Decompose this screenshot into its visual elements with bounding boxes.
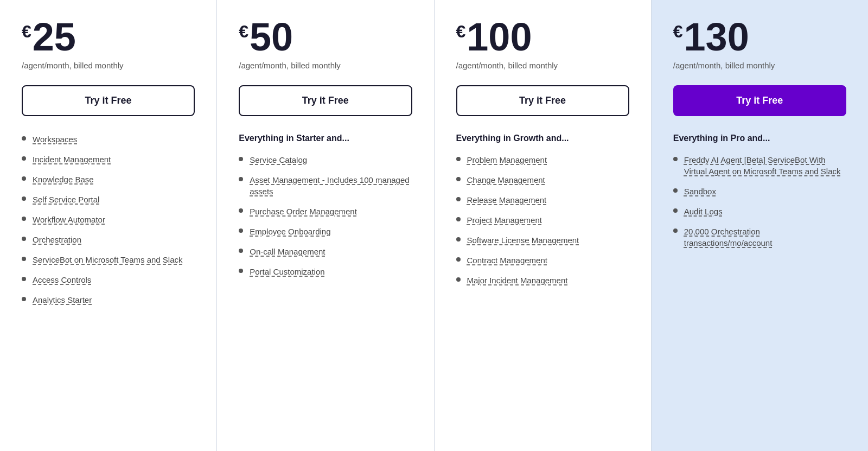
feature-label[interactable]: Analytics Starter <box>33 294 92 306</box>
price-row: €100 <box>456 17 629 56</box>
price-subtitle: /agent/month, billed monthly <box>22 61 195 70</box>
feature-list: Freddy AI Agent [Beta] ServiceBot With V… <box>673 154 846 249</box>
feature-label[interactable]: Employee Onboarding <box>250 226 330 237</box>
list-item: Audit Logs <box>673 206 846 217</box>
currency-symbol: € <box>673 22 683 42</box>
bullet-icon <box>456 277 461 282</box>
list-item: Knowledge Base <box>22 174 195 185</box>
feature-label[interactable]: Software License Management <box>467 234 579 246</box>
list-item: Purchase Order Management <box>239 206 412 217</box>
bullet-icon <box>673 228 678 233</box>
bullet-icon <box>456 217 461 221</box>
feature-label[interactable]: Sandbox <box>684 186 716 197</box>
feature-label[interactable]: Workflow Automator <box>33 214 105 225</box>
feature-list: Service CatalogAsset Management - Includ… <box>239 154 412 277</box>
feature-label[interactable]: Purchase Order Management <box>250 206 357 217</box>
price-row: €50 <box>239 17 412 56</box>
bullet-icon <box>239 269 243 273</box>
bullet-icon <box>239 208 243 213</box>
bullet-icon <box>22 196 26 201</box>
feature-label[interactable]: ServiceBot on Microsoft Teams and Slack <box>33 254 183 265</box>
feature-label[interactable]: Workspaces <box>33 134 77 145</box>
list-item: Software License Management <box>456 234 629 246</box>
price-amount: 50 <box>250 17 293 56</box>
bullet-icon <box>22 217 26 221</box>
feature-label[interactable]: 20,000 Orchestration transactions/mo/acc… <box>684 226 846 249</box>
list-item: Access Controls <box>22 274 195 285</box>
section-intro: Everything in Pro and... <box>673 134 846 143</box>
list-item: Workspaces <box>22 134 195 145</box>
list-item: Major Incident Management <box>456 275 629 286</box>
feature-label[interactable]: Problem Management <box>467 154 547 166</box>
list-item: Orchestration <box>22 234 195 245</box>
feature-label[interactable]: Audit Logs <box>684 206 723 217</box>
section-intro: Everything in Growth and... <box>456 134 629 143</box>
try-free-button-pro[interactable]: Try it Free <box>456 85 629 116</box>
feature-label[interactable]: Release Management <box>467 194 547 206</box>
bullet-icon <box>22 156 26 161</box>
feature-label[interactable]: Knowledge Base <box>33 174 94 185</box>
bullet-icon <box>239 157 243 161</box>
bullet-icon <box>22 176 26 181</box>
list-item: Service Catalog <box>239 154 412 166</box>
list-item: Workflow Automator <box>22 214 195 225</box>
feature-label[interactable]: Service Catalog <box>250 154 307 166</box>
feature-label[interactable]: Freddy AI Agent [Beta] ServiceBot With V… <box>684 154 846 177</box>
list-item: ServiceBot on Microsoft Teams and Slack <box>22 254 195 265</box>
list-item: Asset Management - Includes 100 managed … <box>239 174 412 197</box>
list-item: Self Service Portal <box>22 194 195 205</box>
bullet-icon <box>673 188 678 193</box>
section-intro: Everything in Starter and... <box>239 134 412 143</box>
feature-label[interactable]: Access Controls <box>33 274 91 285</box>
feature-label[interactable]: Self Service Portal <box>33 194 99 205</box>
price-row: €25 <box>22 17 195 56</box>
list-item: Incident Management <box>22 154 195 165</box>
price-subtitle: /agent/month, billed monthly <box>456 61 629 70</box>
list-item: Sandbox <box>673 186 846 197</box>
list-item: Portal Customization <box>239 266 412 277</box>
bullet-icon <box>673 157 678 161</box>
list-item: Project Management <box>456 214 629 226</box>
bullet-icon <box>456 177 461 181</box>
pricing-table: €25/agent/month, billed monthlyTry it Fr… <box>0 0 868 451</box>
feature-label[interactable]: Asset Management - Includes 100 managed … <box>250 174 412 197</box>
bullet-icon <box>22 136 26 141</box>
feature-label[interactable]: Portal Customization <box>250 266 324 277</box>
bullet-icon <box>22 277 26 281</box>
bullet-icon <box>22 297 26 301</box>
feature-label[interactable]: Major Incident Management <box>467 275 568 286</box>
feature-label[interactable]: Incident Management <box>33 154 111 165</box>
price-subtitle: /agent/month, billed monthly <box>239 61 412 70</box>
list-item: Contract Management <box>456 255 629 266</box>
currency-symbol: € <box>22 22 31 42</box>
bullet-icon <box>22 237 26 241</box>
list-item: On-call Management <box>239 246 412 257</box>
feature-label[interactable]: Orchestration <box>33 234 81 245</box>
currency-symbol: € <box>456 22 466 42</box>
list-item: Change Management <box>456 174 629 186</box>
list-item: 20,000 Orchestration transactions/mo/acc… <box>673 226 846 249</box>
price-amount: 130 <box>684 17 749 56</box>
plan-column-pro: €100/agent/month, billed monthlyTry it F… <box>434 0 651 451</box>
feature-list: WorkspacesIncident ManagementKnowledge B… <box>22 134 195 306</box>
price-amount: 100 <box>467 17 532 56</box>
list-item: Employee Onboarding <box>239 226 412 237</box>
list-item: Release Management <box>456 194 629 206</box>
feature-label[interactable]: Contract Management <box>467 255 547 266</box>
list-item: Problem Management <box>456 154 629 166</box>
list-item: Freddy AI Agent [Beta] ServiceBot With V… <box>673 154 846 177</box>
try-free-button-growth[interactable]: Try it Free <box>239 85 412 116</box>
feature-list: Problem ManagementChange ManagementRelea… <box>456 154 629 286</box>
try-free-button-starter[interactable]: Try it Free <box>22 85 195 116</box>
currency-symbol: € <box>239 22 248 42</box>
bullet-icon <box>456 197 461 201</box>
bullet-icon <box>456 237 461 242</box>
feature-label[interactable]: Change Management <box>467 174 545 186</box>
feature-label[interactable]: On-call Management <box>250 246 325 257</box>
feature-label[interactable]: Project Management <box>467 214 542 226</box>
bullet-icon <box>239 177 243 181</box>
bullet-icon <box>673 208 678 213</box>
price-subtitle: /agent/month, billed monthly <box>673 61 846 70</box>
try-free-button-enterprise[interactable]: Try it Free <box>673 85 846 116</box>
bullet-icon <box>22 257 26 261</box>
